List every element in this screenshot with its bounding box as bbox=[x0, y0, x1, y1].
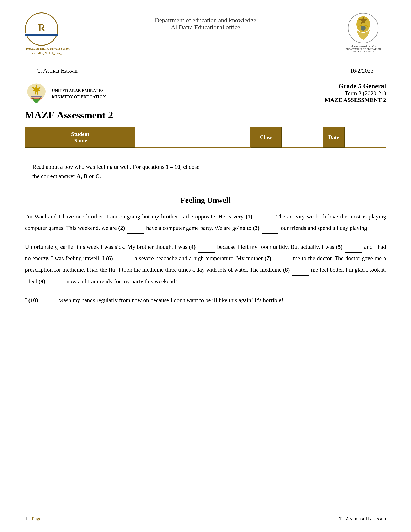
school-logo: R Rowad Al Dhafra Private School درسة رو… bbox=[25, 12, 71, 55]
blank-4 bbox=[198, 241, 215, 253]
dept-english-right: DEPARTMENT OF EDUCATION AND KNOWLEDGE bbox=[345, 48, 381, 53]
bold-range: 1 – 10 bbox=[166, 163, 180, 170]
header-center-text: Department of education and knowledge Al… bbox=[155, 12, 256, 31]
page-footer: 1 | Page T . A s m a a H a s s a n bbox=[25, 509, 386, 522]
grade-line1: Grade 5 General bbox=[325, 82, 386, 90]
dept-line2: Al Dafra Educational office bbox=[155, 24, 256, 31]
dept-arabic-right: دائـرة التعليم والمعرفة bbox=[351, 44, 376, 48]
page-number-label: 1 | Page bbox=[25, 516, 41, 522]
story-paragraph-3: I (10) wash my hands regularly from now … bbox=[25, 295, 386, 306]
uae-logo-right: دائـرة التعليم والمعرفة DEPARTMENT OF ED… bbox=[340, 12, 386, 53]
class-value bbox=[282, 127, 323, 148]
answer-a: A bbox=[76, 173, 81, 179]
instructions-box: Read about a boy who was feeling unwell.… bbox=[25, 156, 386, 187]
blank-10 bbox=[40, 295, 57, 306]
grade-line3: MAZE ASSESSMENT 2 bbox=[325, 97, 386, 103]
student-name-header: Student Name bbox=[25, 127, 135, 148]
svg-rect-4 bbox=[31, 96, 42, 97]
story-paragraph-2: Unfortunately, earlier this week I was s… bbox=[25, 241, 386, 287]
blank-num-6: (6) bbox=[106, 255, 113, 261]
logo-blue-bar bbox=[25, 34, 58, 36]
footer-teacher-name: T . A s m a a H a s s a n bbox=[339, 516, 386, 522]
blank-7 bbox=[274, 253, 290, 264]
uae-flag-emblem bbox=[25, 82, 48, 105]
blank-2 bbox=[127, 222, 144, 234]
blank-9 bbox=[48, 276, 64, 287]
school-name-en: Rowad Al Dhafra Private School bbox=[25, 47, 71, 50]
date-value bbox=[344, 127, 386, 148]
blank-5 bbox=[345, 241, 362, 253]
svg-point-2 bbox=[361, 26, 366, 30]
blank-1 bbox=[255, 211, 272, 222]
dept-line1: Department of education and knowledge bbox=[155, 17, 256, 24]
maze-title: MAZE Assessment 2 bbox=[25, 109, 386, 121]
school-logo-circle: R bbox=[25, 12, 58, 46]
teacher-date-row: T. Asmaa Hassan 16/2/2023 bbox=[38, 67, 373, 74]
uae-ministry-left: UNITED ARAB EMIRATES MINISTRY OF EDUCATI… bbox=[25, 82, 106, 105]
student-table: Student Name Class Date bbox=[25, 127, 386, 148]
school-logo-inner: R bbox=[25, 22, 58, 36]
blank-num-7: (7) bbox=[265, 255, 271, 261]
answer-b: B bbox=[84, 173, 87, 179]
instructions-text: Read about a boy who was feeling unwell.… bbox=[32, 163, 199, 179]
answer-c: C bbox=[95, 173, 99, 179]
date-header: Date bbox=[323, 127, 344, 148]
uae-ministry-text: UNITED ARAB EMIRATES MINISTRY OF EDUCATI… bbox=[52, 87, 106, 100]
blank-num-9: (9) bbox=[38, 278, 45, 285]
blank-3 bbox=[262, 222, 278, 234]
grade-line2: Term 2 (2020-21) bbox=[325, 90, 386, 97]
blank-num-3: (3) bbox=[253, 225, 260, 231]
logo-r-letter: R bbox=[25, 22, 58, 33]
uae-emblem bbox=[348, 12, 379, 44]
grade-info: Grade 5 General Term 2 (2020-21) MAZE AS… bbox=[325, 82, 386, 103]
school-name-ar: درسة رواد الظفرة الخاصة bbox=[25, 51, 71, 55]
blank-num-4: (4) bbox=[189, 244, 196, 250]
page-number: 1 bbox=[25, 516, 28, 521]
story-paragraph-1: I'm Wael and I have one brother. I am ou… bbox=[25, 211, 386, 234]
footer-divider bbox=[25, 511, 386, 512]
blank-num-2: (2) bbox=[118, 225, 125, 231]
blank-num-1: (1) bbox=[246, 213, 252, 220]
uae-line1: UNITED ARAB EMIRATES bbox=[52, 87, 106, 94]
uae-line2: MINISTRY OF EDUCATION bbox=[52, 94, 106, 100]
class-header: Class bbox=[251, 127, 282, 148]
blank-6 bbox=[115, 253, 132, 264]
page-header: R Rowad Al Dhafra Private School درسة رو… bbox=[25, 12, 386, 59]
svg-rect-5 bbox=[31, 98, 42, 99]
blank-num-8: (8) bbox=[283, 266, 290, 273]
assessment-date: 16/2/2023 bbox=[350, 67, 373, 74]
uae-ministry-section: UNITED ARAB EMIRATES MINISTRY OF EDUCATI… bbox=[25, 82, 386, 105]
story-title: Feeling Unwell bbox=[25, 196, 386, 205]
teacher-name: T. Asmaa Hassan bbox=[38, 67, 77, 74]
blank-num-5: (5) bbox=[336, 244, 343, 250]
blank-num-10: (10) bbox=[28, 297, 38, 304]
blank-8 bbox=[292, 264, 309, 276]
student-name-value bbox=[135, 127, 251, 148]
page-sep: | Page bbox=[29, 516, 41, 521]
